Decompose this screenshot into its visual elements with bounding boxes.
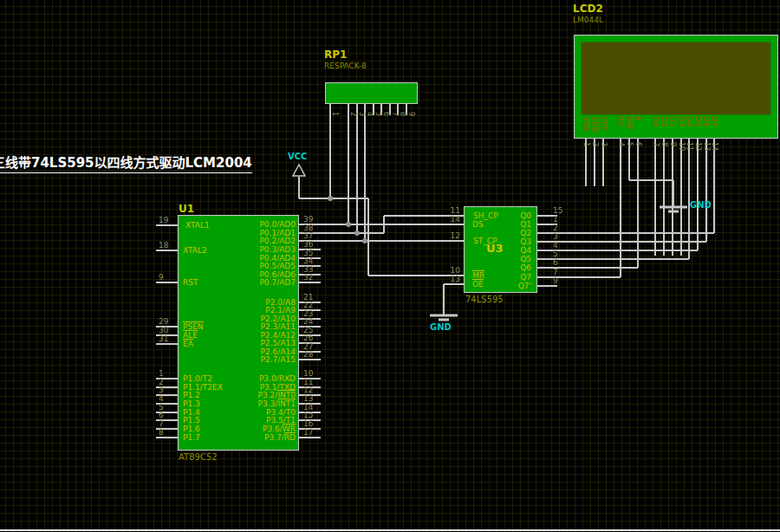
pin-name: P2.3/A11	[208, 322, 296, 331]
pin-number: 5	[553, 250, 558, 258]
lcd-screen	[581, 42, 771, 115]
pin-name: P2.7/A15	[208, 355, 296, 364]
pin-number: 15	[553, 206, 562, 215]
pin-number: 7	[159, 419, 164, 428]
lcd-pin-number: 11	[686, 142, 693, 159]
rp1-pin-number: 8	[399, 112, 406, 116]
lcd-pin-name: E	[634, 116, 641, 138]
pin-number: 13	[438, 275, 460, 283]
rp1-pin-number: 7	[391, 112, 399, 116]
pin-number: 6	[553, 258, 558, 267]
pin-name: Q4	[494, 246, 531, 255]
pin-number: 19	[159, 216, 168, 224]
pin-name: Q0	[494, 211, 531, 220]
vcc-label: VCC	[288, 152, 307, 161]
lcd-pin-name: RS	[616, 116, 624, 138]
lcd-pin-name: VSS	[582, 116, 589, 138]
lcd-pin-name: D3	[677, 116, 685, 138]
pin-name: Q6	[494, 263, 531, 272]
rp1-respack-body[interactable]	[325, 82, 418, 104]
pin-number: 34	[303, 256, 313, 265]
u1-designator: U1	[179, 203, 194, 215]
u1-part-number: AT89C52	[179, 452, 218, 462]
pin-name: P0.3/AD3	[208, 245, 296, 254]
pin-name: P0.7/AD7	[208, 278, 296, 287]
lcd-pin-number: 2	[591, 142, 599, 159]
pin-number: 32	[303, 273, 313, 282]
pin-name: Q5	[494, 255, 531, 263]
pin-name: OE	[472, 280, 484, 289]
rp1-pin-number: 2	[349, 112, 357, 116]
junction-dot	[346, 222, 351, 227]
pin-name: ALE	[183, 331, 198, 340]
lcd-pin-number: 9	[669, 142, 677, 159]
pin-name: P3.3/INT1	[208, 399, 296, 408]
pin-name: P1.6	[183, 425, 200, 433]
pin-number: 9	[553, 276, 558, 285]
sheet-border-line	[0, 529, 780, 531]
pin-name: P3.5/T1	[208, 416, 296, 425]
rp1-pin-number: 9	[407, 112, 415, 116]
pin-number: 9	[159, 273, 164, 282]
pin-number: 2	[553, 224, 558, 232]
pin-name: P1.7	[183, 433, 200, 442]
lcd-pin-number: 13	[703, 142, 711, 159]
lcd-designator: LCD2	[573, 3, 603, 15]
pin-number: 31	[159, 334, 168, 343]
lcd-pin-number: 6	[634, 142, 642, 159]
lcd-pin-name: D2	[668, 116, 676, 138]
lcd-pin-number: 8	[660, 142, 668, 159]
pin-number: 1	[553, 215, 558, 224]
pin-number: 13	[303, 394, 313, 403]
pin-number: 30	[159, 326, 168, 334]
lcd-pin-number: 7	[652, 142, 660, 159]
pin-number: 3	[553, 232, 558, 241]
pin-number: 39	[303, 215, 313, 224]
lcd-pin-name: D5	[693, 116, 701, 138]
pin-number: 15	[303, 411, 313, 419]
pin-number: 4	[159, 394, 164, 403]
lcd-pin-number: 5	[626, 142, 634, 159]
pin-number: 22	[303, 301, 313, 309]
pin-name: MR	[472, 271, 484, 280]
pin-number: 29	[159, 317, 168, 326]
lcd-pin-name: VDD	[590, 116, 598, 138]
pin-number: 3	[159, 386, 164, 394]
pin-number: 17	[303, 428, 313, 437]
pin-number: 8	[159, 428, 164, 437]
rp1-pin-number: 5	[374, 112, 382, 116]
rp1-pin-number: 6	[382, 112, 390, 116]
pin-number: 28	[303, 350, 313, 359]
pin-name: P1.3	[183, 399, 200, 408]
pin-name: P0.0/AD0	[208, 220, 296, 229]
lcd-pin-number: 10	[678, 142, 686, 159]
pin-number: 12	[438, 231, 460, 240]
lcd-pin-number: 3	[600, 142, 608, 159]
lcd-pin-name: D0	[651, 116, 659, 138]
pin-name: Q2	[494, 229, 531, 237]
pin-name: P3.0/RXD	[208, 374, 296, 383]
pin-name: P3.2/INT0	[208, 391, 296, 399]
lcd-pin-number: 4	[617, 142, 625, 159]
junction-dot	[328, 196, 333, 201]
pin-number: 26	[303, 334, 313, 342]
pin-number: 36	[303, 240, 313, 249]
u3-part-number: 74LS595	[465, 295, 504, 304]
lcd-pin-name: D4	[685, 116, 692, 138]
pin-name: P1.2	[183, 391, 200, 399]
pin-number: 18	[159, 241, 168, 250]
vcc-power-icon	[293, 165, 305, 176]
rp1-pin-number: 3	[358, 112, 366, 116]
pin-name: P1.5	[183, 416, 200, 425]
lcd-pin-name: VEE	[599, 116, 607, 138]
pin-number: 10	[438, 266, 460, 275]
pin-number: 1	[159, 369, 164, 378]
pin-number: 12	[303, 386, 313, 394]
pin-name: Q7	[494, 273, 531, 282]
pin-name: P3.6/WR	[208, 425, 296, 433]
pin-name: P3.7/RD	[208, 433, 296, 442]
pin-name: Q1	[494, 220, 531, 229]
pin-name: P2.1/A9	[208, 306, 296, 315]
pin-number: 10	[303, 369, 313, 378]
gnd-label-u3: GND	[430, 322, 452, 332]
